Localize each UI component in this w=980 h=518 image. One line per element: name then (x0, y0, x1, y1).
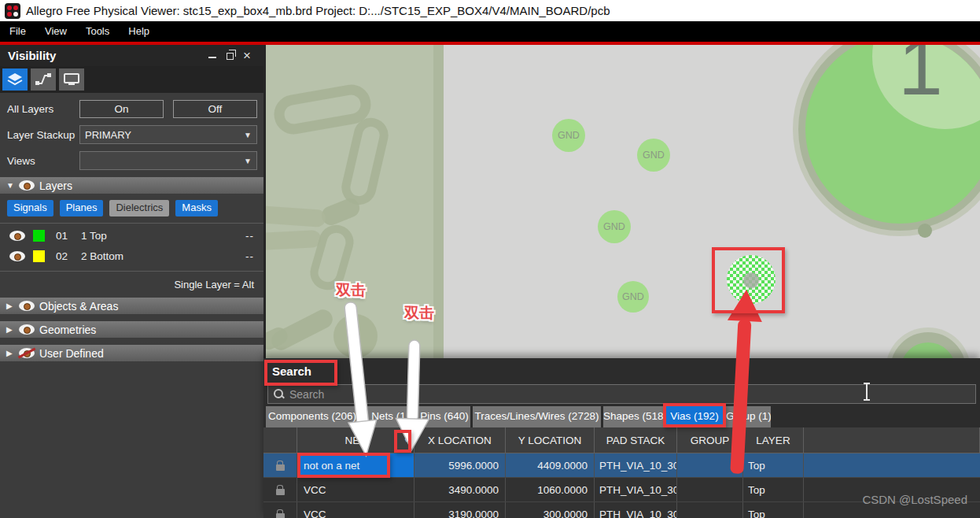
layer-row-top: 01 1 Top -- (0, 227, 263, 244)
net-cell[interactable]: not on a net (297, 453, 414, 477)
layer-row-bottom: 02 2 Bottom -- (0, 247, 263, 265)
col-y-location[interactable]: Y LOCATION (506, 427, 595, 453)
display-view-button[interactable] (59, 68, 84, 91)
window-title: Allegro Free Physical Viewer: stc15_exp_… (26, 4, 610, 17)
col-net-label: NET (345, 435, 367, 446)
filter-dielectrics[interactable]: Dielectrics (109, 200, 169, 216)
pad-circle (333, 314, 378, 358)
gnd-via[interactable]: GND (617, 281, 649, 313)
restore-icon[interactable] (221, 49, 238, 62)
search-input[interactable] (289, 388, 761, 401)
filter-planes[interactable]: Planes (60, 200, 104, 216)
section-user-defined[interactable]: ▶ User Defined (0, 345, 263, 361)
layer-number: 02 (56, 250, 81, 262)
close-icon[interactable]: × (238, 49, 256, 62)
eye-icon[interactable] (19, 180, 35, 191)
col-filler (804, 427, 980, 453)
table-row[interactable]: not on a net 5996.0000 4409.0000 PTH_VIA… (263, 453, 980, 478)
tab-vias[interactable]: Vias (192) (665, 406, 724, 427)
hole-number: 1 (898, 45, 943, 109)
divider (0, 223, 263, 224)
expand-triangle-icon: ▼ (6, 181, 19, 190)
chevron-down-icon: ▼ (244, 131, 256, 139)
lock-cell (263, 453, 297, 477)
layer-number: 01 (56, 230, 81, 242)
filter-dropdown-icon[interactable]: ▼ (403, 437, 410, 444)
tab-group[interactable]: Group (1) (726, 406, 771, 427)
mounting-hole-1: 1 (798, 45, 980, 231)
menu-tools[interactable]: Tools (76, 21, 119, 42)
eye-icon[interactable] (9, 251, 25, 261)
y-cell: 4409.0000 (506, 453, 595, 477)
title-bar: Allegro Free Physical Viewer: stc15_exp_… (0, 0, 980, 21)
results-table: NET ▼ X LOCATION Y LOCATION PAD STACK GR… (263, 427, 980, 518)
search-icon (274, 389, 284, 399)
col-net[interactable]: NET ▼ (297, 427, 414, 453)
section-objects-areas[interactable]: ▶ Objects & Areas (0, 298, 263, 314)
section-objects-areas-label: Objects & Areas (39, 300, 118, 313)
collapse-triangle-icon: ▶ (6, 302, 19, 310)
col-x-location[interactable]: X LOCATION (414, 427, 506, 453)
net-cell[interactable]: VCC (297, 502, 414, 518)
all-layers-on-button[interactable]: On (79, 100, 164, 118)
all-layers-off-button[interactable]: Off (173, 100, 257, 118)
y-cell: 1060.0000 (506, 478, 595, 501)
lock-icon (276, 464, 285, 471)
layer-color-swatch[interactable] (33, 230, 45, 242)
mounting-hole-partial (890, 332, 966, 358)
layer-cell: Top (743, 453, 804, 477)
table-row[interactable]: VCC 3190.0000 300.0000 PTH_VIA_10_30 Top (263, 502, 980, 518)
table-row[interactable]: VCC 3490.0000 1060.0000 PTH_VIA_10_30 To… (263, 478, 980, 502)
menu-help[interactable]: Help (119, 21, 159, 42)
single-layer-hint: Single Layer = Alt (0, 272, 263, 290)
gnd-via[interactable]: GND (598, 210, 631, 243)
tab-components[interactable]: Components (206) (266, 406, 359, 427)
monitor-icon (64, 73, 79, 86)
tab-pins[interactable]: Pins (640) (418, 406, 470, 427)
tab-shapes[interactable]: Shapes (518) (603, 406, 663, 427)
tab-nets[interactable]: Nets (1 (361, 406, 416, 427)
x-cell: 3490.0000 (414, 478, 506, 501)
silkscreen-segment (263, 230, 322, 250)
eye-icon[interactable] (9, 231, 25, 241)
section-layers-label: Layers (39, 179, 72, 192)
net-cell[interactable]: VCC (297, 478, 414, 501)
nets-view-button[interactable] (31, 68, 56, 91)
layer-cell: Top (743, 478, 804, 501)
menu-view[interactable]: View (35, 21, 76, 42)
section-geometries[interactable]: ▶ Geometries (0, 321, 263, 338)
col-pad-stack[interactable]: PAD STACK (595, 427, 677, 453)
section-user-defined-label: User Defined (39, 347, 104, 360)
layer-stackup-select[interactable]: PRIMARY ▼ (79, 125, 257, 144)
filter-signals[interactable]: Signals (7, 200, 53, 216)
eye-icon[interactable] (19, 301, 35, 311)
selected-via[interactable] (727, 255, 776, 304)
filler-cell (804, 502, 980, 518)
minimize-icon[interactable] (204, 49, 221, 62)
gnd-label: GND (603, 221, 625, 232)
layer-color-swatch[interactable] (33, 250, 45, 262)
gnd-via[interactable]: GND (552, 119, 585, 152)
menu-file[interactable]: File (0, 21, 35, 42)
eye-off-icon[interactable] (19, 348, 35, 358)
tab-traces[interactable]: Traces/Lines/Wires (2728) (473, 406, 601, 427)
col-layer[interactable]: LAYER (743, 427, 804, 453)
gnd-via[interactable]: GND (637, 139, 670, 172)
chevron-down-icon: ▼ (244, 157, 256, 165)
col-group[interactable]: GROUP (677, 427, 743, 453)
pad-cell: PTH_VIA_10_30 (595, 478, 677, 501)
group-cell (677, 453, 743, 477)
gnd-label: GND (643, 150, 665, 161)
lock-icon (276, 489, 285, 495)
x-cell: 3190.0000 (414, 502, 506, 518)
app-window: Allegro Free Physical Viewer: stc15_exp_… (0, 0, 980, 518)
pcb-canvas[interactable]: GND GND GND GND 1 (263, 45, 980, 358)
eye-icon[interactable] (19, 324, 35, 335)
visibility-toolbar (0, 66, 263, 93)
layers-view-button[interactable] (2, 68, 28, 91)
section-layers[interactable]: ▼ Layers (0, 177, 263, 194)
views-select[interactable]: ▼ (79, 151, 257, 170)
menu-bar: File View Tools Help (0, 21, 980, 42)
filter-masks[interactable]: Masks (175, 200, 218, 216)
lock-cell (263, 478, 297, 501)
